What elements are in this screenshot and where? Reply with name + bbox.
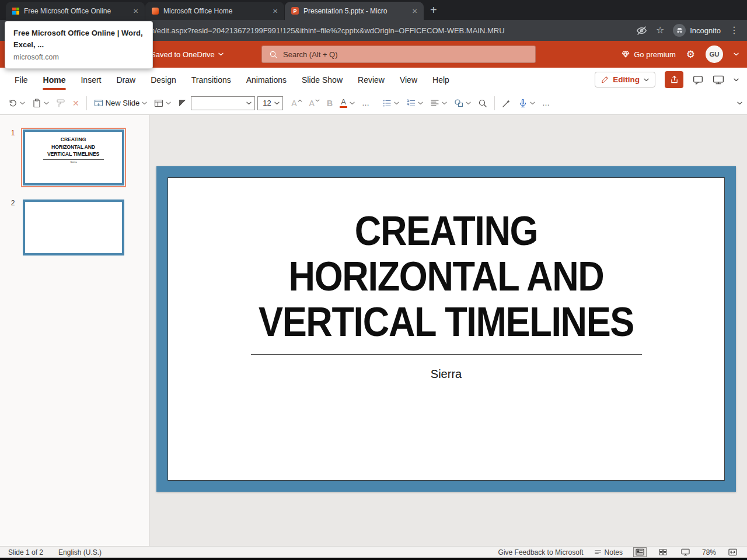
slide-thumbnail-frame: CREATING HORIZONTAL AND VERTICAL TIMELIN… [23, 130, 124, 186]
thumbnail-subtitle: Sierra [70, 160, 76, 163]
font-color-button[interactable]: A [336, 94, 358, 112]
menu-item-slide-show[interactable]: Slide Show [294, 68, 350, 92]
editing-mode-button[interactable]: Editing [595, 72, 655, 88]
font-color-icon: A [340, 98, 347, 108]
bold-button[interactable]: B [323, 94, 336, 112]
format-background-button[interactable] [174, 94, 191, 112]
office-home-icon [152, 8, 159, 15]
menu-item-help[interactable]: Help [425, 68, 457, 92]
find-button[interactable] [474, 94, 491, 112]
menu-item-review[interactable]: Review [350, 68, 392, 92]
avatar[interactable]: GU [706, 46, 723, 63]
more-commands-button[interactable]: … [539, 94, 553, 112]
font-name-select[interactable] [191, 96, 255, 110]
slide-info: Slide 1 of 2 [8, 548, 43, 556]
undo-button[interactable] [5, 94, 29, 112]
align-button[interactable] [427, 94, 451, 112]
slide-1-thumbnail[interactable]: CREATING HORIZONTAL AND VERTICAL TIMELIN… [21, 128, 126, 187]
chevron-down-icon [246, 102, 252, 105]
close-icon[interactable]: × [271, 6, 280, 15]
tab-office-online[interactable]: Free Microsoft Office Online × [6, 2, 145, 20]
chevron-down-icon [350, 102, 355, 105]
search-box[interactable] [261, 46, 536, 63]
menu-item-home[interactable]: Home [36, 68, 74, 92]
menu-item-draw[interactable]: Draw [109, 68, 143, 92]
slideshow-view-button[interactable] [679, 548, 692, 556]
incognito-icon [673, 24, 686, 37]
font-size-value: 12 [263, 99, 272, 107]
slide-content[interactable]: CREATING HORIZONTAL AND VERTICAL TIMELIN… [167, 177, 725, 481]
saved-to-onedrive-button[interactable]: Saved to OneDrive [151, 50, 224, 59]
present-icon[interactable] [713, 75, 724, 85]
menu-item-design[interactable]: Design [143, 68, 184, 92]
fit-to-window-button[interactable] [727, 548, 739, 556]
notes-label: Notes [605, 548, 623, 556]
bullets-icon [382, 99, 392, 108]
saved-label: Saved to OneDrive [151, 50, 215, 59]
bullets-button[interactable] [379, 94, 403, 112]
new-slide-icon [94, 99, 103, 108]
window-bottom-edge [0, 558, 747, 560]
zoom-level[interactable]: 78% [702, 548, 716, 556]
tab-office-home[interactable]: Microsoft Office Home × [145, 2, 284, 20]
designer-button[interactable] [498, 94, 515, 112]
settings-gear-icon[interactable]: ⚙ [686, 48, 695, 61]
url-text[interactable]: n/edit.aspx?resid=204213672199F991!125&i… [151, 26, 628, 35]
slide-2-thumbnail[interactable] [21, 198, 126, 257]
menu-item-insert[interactable]: Insert [73, 68, 109, 92]
delete-button[interactable]: ✕ [69, 94, 83, 112]
thumbnail-title-rule [43, 159, 104, 160]
new-slide-button[interactable]: New Slide [90, 94, 151, 112]
slide-title[interactable]: CREATING HORIZONTAL AND VERTICAL TIMELIN… [196, 208, 697, 345]
increase-font-button[interactable]: A [288, 94, 305, 112]
slide-sorter-view-button[interactable] [657, 548, 669, 556]
find-icon [478, 99, 487, 108]
slide-subtitle[interactable]: Sierra [168, 368, 724, 381]
slide-number: 2 [5, 198, 21, 257]
notes-toggle[interactable]: Notes [594, 548, 623, 556]
increase-font-icon: A [291, 99, 302, 107]
font-size-select[interactable]: 12 [257, 96, 283, 110]
paste-button[interactable] [29, 94, 53, 112]
menu-item-file[interactable]: File [7, 68, 36, 92]
menu-item-animations[interactable]: Animations [239, 68, 294, 92]
dictate-button[interactable] [515, 94, 539, 112]
share-button[interactable] [665, 71, 683, 88]
chevron-down-icon[interactable] [734, 78, 739, 82]
slide-thumbnail-frame [23, 200, 124, 256]
normal-view-button[interactable] [633, 547, 647, 557]
address-bar-actions: ☆ Incognito ⋮ [636, 24, 739, 37]
menu-item-view[interactable]: View [392, 68, 425, 92]
kebab-menu-icon[interactable]: ⋮ [729, 26, 739, 35]
chevron-down-icon [44, 102, 49, 105]
tab-presentation[interactable]: P Presentation 5.pptx - Micro × [285, 2, 424, 20]
shapes-icon [454, 99, 463, 108]
shapes-button[interactable] [451, 94, 474, 112]
visibility-off-icon[interactable] [636, 25, 647, 36]
go-premium-button[interactable]: Go premium [622, 50, 676, 59]
new-tab-icon[interactable]: + [430, 4, 437, 17]
decrease-font-button[interactable]: A [306, 94, 323, 112]
editing-canvas: CREATING HORIZONTAL AND VERTICAL TIMELIN… [149, 115, 747, 546]
dictate-mic-icon [518, 99, 528, 108]
more-font-options-button[interactable]: … [358, 94, 373, 112]
bookmark-star-icon[interactable]: ☆ [656, 26, 664, 35]
layout-button[interactable] [151, 94, 174, 112]
numbering-button[interactable] [403, 94, 427, 112]
menu-item-transitions[interactable]: Transitions [184, 68, 239, 92]
format-painter-button[interactable] [53, 94, 69, 112]
thumbnail-title: CREATING HORIZONTAL AND VERTICAL TIMELIN… [47, 136, 99, 158]
search-input[interactable] [283, 50, 528, 59]
ribbon-collapse-button[interactable] [737, 102, 742, 105]
more-icon: … [362, 99, 369, 107]
powerpoint-icon: P [291, 7, 299, 15]
close-icon[interactable]: × [410, 6, 419, 15]
feedback-link[interactable]: Give Feedback to Microsoft [498, 548, 584, 556]
close-icon[interactable]: × [131, 6, 140, 15]
chevron-down-icon[interactable] [734, 52, 739, 56]
slide-1[interactable]: CREATING HORIZONTAL AND VERTICAL TIMELIN… [156, 166, 736, 492]
thumbnail-row: 2 [5, 198, 149, 257]
language-button[interactable]: English (U.S.) [58, 548, 102, 556]
comments-icon[interactable] [693, 75, 703, 85]
tab-strip: Free Microsoft Office Online × Microsoft… [0, 0, 747, 20]
